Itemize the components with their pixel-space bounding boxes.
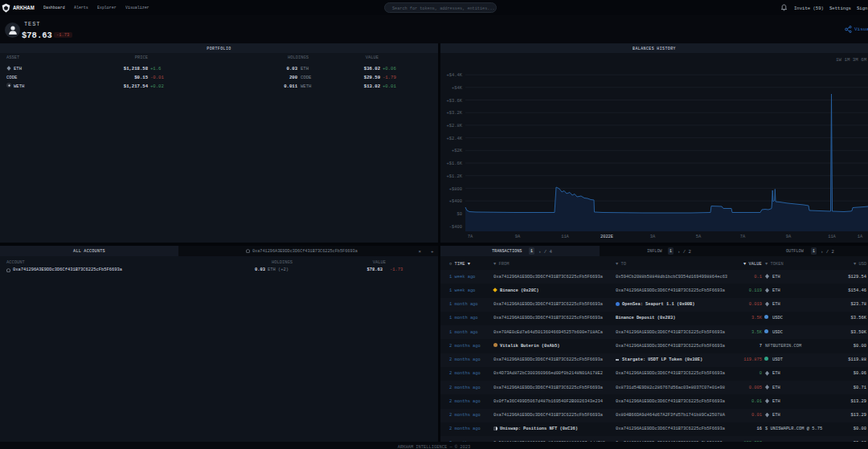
svg-text:7A: 7A (468, 235, 473, 239)
svg-text:+$3.2K: +$3.2K (447, 111, 463, 116)
svg-text:7A: 7A (740, 235, 746, 239)
svg-text:+$2.4K: +$2.4K (447, 137, 463, 141)
svg-text:+$800: +$800 (449, 187, 462, 192)
svg-text:+$2.8K: +$2.8K (447, 124, 463, 129)
svg-text:1A: 1A (858, 235, 863, 239)
svg-text:11A: 11A (561, 235, 569, 239)
svg-text:+$3.6K: +$3.6K (447, 99, 463, 104)
svg-text:2022E: 2022E (600, 235, 613, 239)
svg-text:+$1.6K: +$1.6K (447, 161, 463, 166)
svg-text:9A: 9A (515, 235, 521, 239)
svg-text:$0: $0 (457, 212, 462, 217)
svg-text:11A: 11A (828, 235, 836, 239)
svg-text:9A: 9A (786, 235, 792, 239)
svg-text:+$400: +$400 (449, 199, 462, 204)
svg-text:+$1.2K: +$1.2K (447, 174, 463, 179)
svg-text:+$4K: +$4K (452, 86, 463, 91)
svg-text:+$4.4K: +$4.4K (447, 73, 463, 78)
svg-text:-$400: -$400 (449, 225, 462, 230)
svg-text:+$2K: +$2K (452, 149, 463, 153)
svg-text:5A: 5A (696, 235, 702, 239)
svg-text:3A: 3A (650, 235, 656, 239)
